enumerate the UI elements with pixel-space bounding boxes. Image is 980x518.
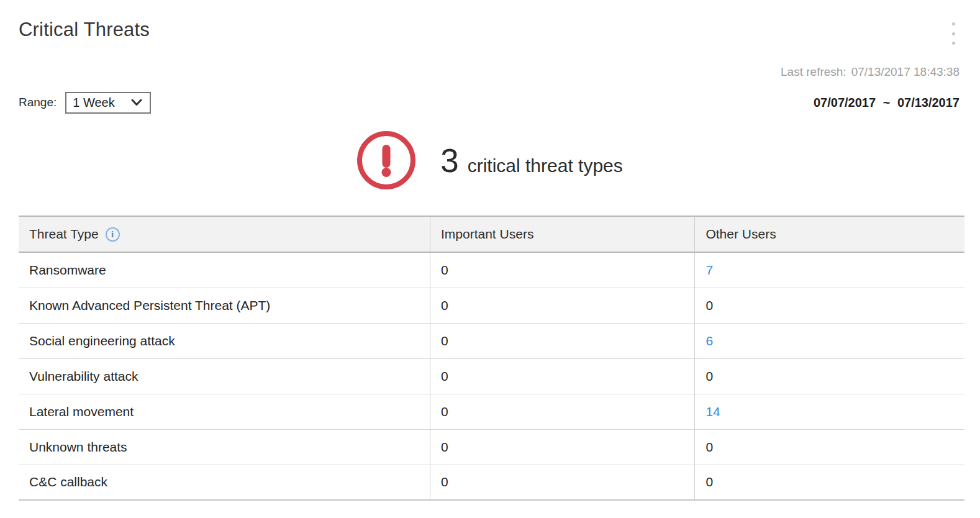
- threat-type-label: Ransomware: [29, 263, 106, 277]
- other-users-link[interactable]: 7: [706, 263, 713, 277]
- range-row: Range: 1 Week: [19, 91, 151, 114]
- threat-type-label: Social engineering attack: [29, 334, 175, 348]
- date-range: 07/07/2017 ~ 07/13/2017: [814, 96, 960, 110]
- last-refresh-value: 07/13/2017 18:43:38: [851, 65, 960, 78]
- table-row: Ransomware 0 7: [19, 252, 964, 288]
- last-refresh: Last refresh:07/13/2017 18:43:38: [781, 65, 960, 79]
- column-header-other-users: Other Users: [695, 216, 964, 252]
- last-refresh-label: Last refresh:: [781, 65, 846, 78]
- chevron-down-icon: [131, 99, 142, 106]
- threat-type-label: Known Advanced Persistent Threat (APT): [29, 298, 270, 312]
- range-select[interactable]: 1 Week: [65, 92, 150, 114]
- table-header-row: Threat Type i Important Users Other User…: [19, 216, 964, 252]
- important-users-value: 0: [441, 334, 448, 348]
- table-row: Known Advanced Persistent Threat (APT) 0…: [19, 288, 964, 323]
- threat-type-label: Vulnerability attack: [29, 369, 138, 383]
- other-users-value: 0: [706, 298, 713, 312]
- other-users-value: 0: [706, 369, 713, 383]
- range-select-value: 1 Week: [73, 96, 114, 110]
- important-users-value: 0: [441, 298, 448, 312]
- page-title: Critical Threats: [19, 19, 150, 41]
- critical-threat-count: 3: [440, 144, 458, 177]
- column-header-threat-type: Threat Type i: [19, 216, 430, 252]
- info-icon[interactable]: i: [106, 227, 120, 242]
- other-users-value: 0: [706, 475, 713, 489]
- threat-type-label: Unknown threats: [29, 440, 127, 454]
- threat-table-body: Ransomware 0 7 Known Advanced Persistent…: [19, 252, 964, 500]
- other-users-link[interactable]: 14: [706, 404, 720, 419]
- range-label: Range:: [19, 96, 57, 109]
- threat-type-label: C&C callback: [29, 475, 107, 489]
- important-users-value: 0: [441, 475, 448, 489]
- kebab-dot: [952, 42, 955, 45]
- important-users-value: 0: [441, 440, 448, 454]
- table-row: C&C callback 0 0: [19, 465, 964, 500]
- kebab-menu-icon[interactable]: [949, 22, 958, 45]
- other-users-value: 0: [706, 440, 713, 454]
- column-header-important-users: Important Users: [430, 216, 695, 252]
- kebab-dot: [952, 22, 955, 25]
- kebab-dot: [952, 32, 955, 35]
- threat-type-label: Lateral movement: [29, 404, 134, 419]
- table-row: Unknown threats 0 0: [19, 429, 964, 465]
- summary-banner: 3 critical threat types: [0, 128, 980, 193]
- threat-table: Threat Type i Important Users Other User…: [19, 216, 964, 501]
- alert-exclamation-icon: [357, 131, 415, 189]
- important-users-value: 0: [441, 263, 448, 277]
- table-row: Social engineering attack 0 6: [19, 323, 964, 358]
- table-row: Lateral movement 0 14: [19, 394, 964, 429]
- table-row: Vulnerability attack 0 0: [19, 358, 964, 394]
- critical-threat-label: critical threat types: [468, 155, 623, 176]
- other-users-link[interactable]: 6: [706, 334, 713, 348]
- important-users-value: 0: [441, 369, 448, 383]
- important-users-value: 0: [441, 404, 448, 419]
